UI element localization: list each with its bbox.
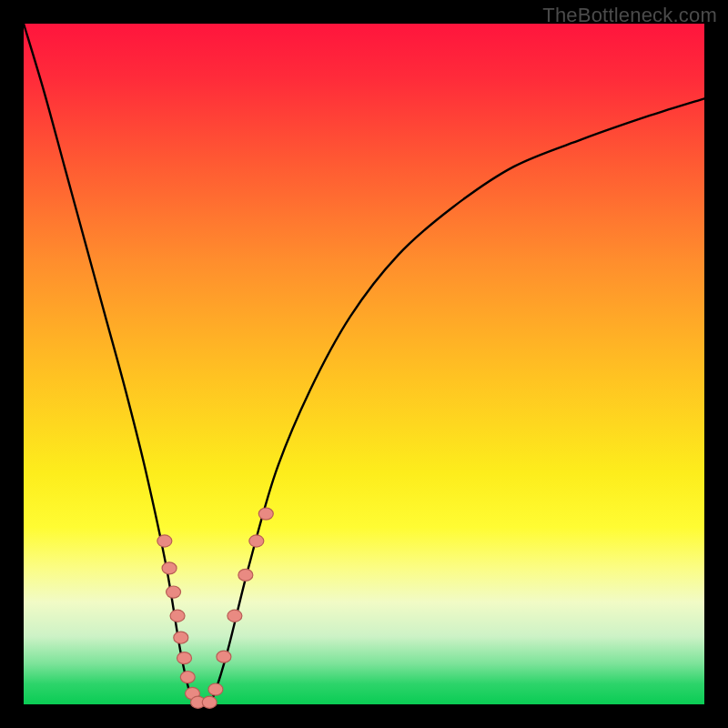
marker-right-0	[202, 696, 217, 708]
marker-right-4	[238, 569, 253, 581]
marker-right-3	[228, 610, 242, 622]
marker-right-6	[258, 508, 273, 520]
marker-left-0	[157, 535, 172, 547]
marker-left-4	[174, 632, 188, 643]
marker-left-5	[177, 652, 192, 664]
chart-area	[24, 24, 704, 704]
marker-right-5	[249, 535, 264, 547]
watermark-text: TheBottleneck.com	[542, 4, 717, 27]
marker-left-3	[170, 610, 185, 622]
marker-left-6	[180, 672, 195, 683]
bottleneck-curve	[24, 24, 704, 705]
marker-right-2	[217, 651, 231, 662]
marker-left-1	[162, 562, 177, 574]
bottleneck-chart-svg	[24, 24, 704, 704]
marker-left-2	[167, 586, 181, 598]
marker-right-1	[208, 683, 223, 695]
